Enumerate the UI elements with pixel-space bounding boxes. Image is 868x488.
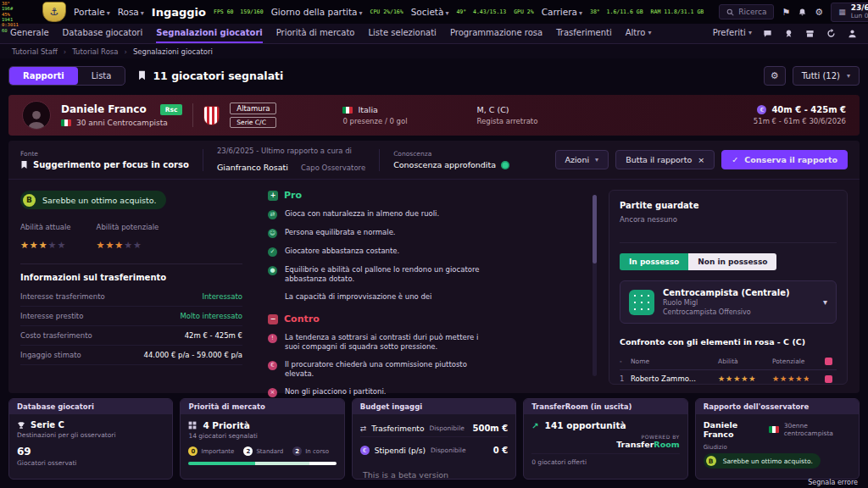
menu-carriera[interactable]: Carriera▾ bbox=[542, 7, 582, 17]
info-row: Ingaggio stimato 44.000 € p/a - 59.000 €… bbox=[20, 346, 242, 365]
keep-report-button[interactable]: ✓Conserva il rapporto bbox=[721, 150, 848, 169]
player-avatar[interactable] bbox=[22, 101, 51, 130]
chevron-down-icon: ▾ bbox=[141, 9, 144, 17]
player-age-position: 30 anni Centrocampista bbox=[76, 119, 168, 127]
current-ability-stars: ★★★★★★★★★★ bbox=[20, 241, 66, 250]
scrollbar-track[interactable] bbox=[593, 195, 597, 376]
italy-flag-icon bbox=[769, 426, 779, 433]
kit-icon[interactable] bbox=[825, 375, 832, 383]
breadcrumb-item[interactable]: Tutorial Rosa bbox=[72, 47, 118, 56]
report-error-link[interactable]: Segnala errore bbox=[808, 479, 858, 486]
transfer-arrows-icon: ⇄ bbox=[360, 424, 367, 433]
settings-gear-button[interactable]: ⚙ bbox=[764, 66, 786, 86]
user-icon[interactable] bbox=[846, 28, 858, 40]
favorites-menu[interactable]: Preferiti ▾ bbox=[713, 28, 752, 39]
player-banner: Daniele Franco Rsc 30 anni Centrocampist… bbox=[8, 95, 860, 136]
player-name[interactable]: Daniele Franco bbox=[61, 103, 147, 115]
compared-player-name[interactable]: Roberto Zammo... bbox=[631, 374, 718, 383]
potential-stars: ★★★★★★★★★★ bbox=[772, 375, 825, 383]
top-bar: 38° 196# 45% 1941 0:3011 60 ⚓ Portale▾ R… bbox=[0, 0, 868, 24]
grade-badge: B bbox=[23, 194, 36, 207]
scout-name[interactable]: Gianfranco Rosati bbox=[217, 163, 288, 172]
comparison-row: 1 Roberto Zammo... ★★★★★★★★★★ ★★★★★★★★★★ bbox=[620, 370, 837, 385]
menu-rosa[interactable]: Rosa▾ bbox=[118, 7, 144, 17]
search-input[interactable]: Ricerca bbox=[719, 4, 774, 19]
chevron-down-icon: ▾ bbox=[748, 29, 752, 36]
card-budget-ingaggi[interactable]: Budget ingaggi ⇄ Trasferimento Disponibi… bbox=[352, 398, 516, 480]
big-match-icon: × bbox=[268, 388, 277, 397]
scout-role: Capo Osservatore bbox=[301, 164, 365, 172]
card-subtitle: Destinazioni per gli osservatori bbox=[17, 431, 164, 439]
toggle-rapporti[interactable]: Rapporti bbox=[9, 67, 78, 85]
club-crest-icon[interactable]: ⚓ bbox=[42, 2, 66, 22]
card-transferroom[interactable]: TransferRoom (in uscita) ↗ 141 opportuni… bbox=[523, 398, 687, 480]
tab-altro[interactable]: Altro ▾ bbox=[626, 24, 652, 43]
role-card[interactable]: Centrocampista (Centrale) Ruolo Migl Cen… bbox=[620, 280, 837, 324]
pro-item: ● Equilibrio e abilità col pallone lo re… bbox=[268, 265, 490, 284]
card-rapporto-osservatore[interactable]: Rapporto dell'osservatore Daniele Franco… bbox=[695, 398, 860, 480]
date-widget[interactable]: ▦ 23/6/2025 Lun 09:00 bbox=[831, 3, 868, 22]
chat-icon[interactable] bbox=[761, 28, 773, 40]
sync-icon[interactable] bbox=[825, 28, 837, 40]
agent-fee-icon: € bbox=[268, 361, 277, 370]
scrollbar-thumb[interactable] bbox=[593, 195, 597, 263]
player-position: M, C (C) bbox=[477, 105, 538, 114]
tab-programmazione-rosa[interactable]: Programmazione rosa bbox=[450, 24, 542, 43]
role-sub1: Ruolo Migl bbox=[663, 299, 790, 307]
actions-dropdown[interactable]: Azioni▾ bbox=[555, 150, 609, 169]
toggle-lista[interactable]: Lista bbox=[78, 67, 125, 85]
comparison-header: - Nome Abilità Potenziale bbox=[620, 353, 837, 370]
menu-societa[interactable]: Società▾ bbox=[411, 7, 449, 17]
archive-icon[interactable] bbox=[804, 28, 815, 40]
gear-icon[interactable]: ⚙ bbox=[815, 5, 823, 19]
opportunities-count: 141 opportunità bbox=[545, 420, 626, 430]
report-header: Fonte Suggerimento per focus in corso 23… bbox=[8, 141, 860, 180]
player-role: Regista arretrato bbox=[477, 117, 538, 125]
menu-ingaggio[interactable]: Ingaggio bbox=[152, 6, 206, 19]
bell-icon[interactable] bbox=[798, 5, 807, 19]
menu-portale[interactable]: Portale▾ bbox=[74, 7, 110, 17]
tab-priorita-mercato[interactable]: Priorità di mercato bbox=[276, 24, 355, 43]
toggle-in-possesso[interactable]: In possesso bbox=[620, 253, 688, 270]
tab-database-giocatori[interactable]: Database giocatori bbox=[63, 24, 143, 43]
flag-icon[interactable]: ⚑ bbox=[782, 5, 790, 19]
award-icon[interactable] bbox=[782, 28, 794, 40]
player-nation[interactable]: Italia bbox=[358, 105, 377, 114]
menu-giorno-partita[interactable]: Giorno della partita▾ bbox=[271, 7, 363, 17]
knowledge-level: Conoscenza approfondita bbox=[393, 160, 496, 169]
money-icon: € bbox=[757, 105, 766, 114]
report-date-line: 23/6/2025 - Ultimo rapporto a cura di bbox=[217, 147, 365, 155]
transfer-info-title: Informazioni sul trasferimento bbox=[20, 273, 242, 282]
trophy-icon bbox=[17, 421, 25, 430]
pro-item: ✓ Giocatore abbastanza costante. bbox=[268, 247, 490, 257]
club-link[interactable]: Altamura bbox=[230, 103, 276, 114]
tab-liste-selezionati[interactable]: Liste selezionati bbox=[368, 24, 436, 43]
league-link[interactable]: Serie C/C bbox=[230, 117, 276, 128]
report-player-name[interactable]: Daniele Franco bbox=[704, 420, 764, 439]
breadcrumb-item[interactable]: Tutorial Staff bbox=[12, 47, 58, 56]
filter-dropdown[interactable]: Tutti (12)▾ bbox=[793, 66, 860, 86]
serie-c-link[interactable]: Serie C bbox=[17, 420, 164, 430]
cpu-overlay: CPU 2%/16% bbox=[370, 9, 403, 15]
toggle-non-in-possesso[interactable]: Non in possesso bbox=[688, 253, 776, 270]
chevron-down-icon: ▾ bbox=[445, 9, 448, 17]
verdict-pill: B Sarebbe un ottimo acquisto. bbox=[20, 191, 166, 209]
card-priorita-mercato[interactable]: Priorità di mercato 4 Priorità 14 giocat… bbox=[180, 398, 344, 480]
tab-segnalazioni-giocatori[interactable]: Segnalazioni giocatori bbox=[156, 24, 262, 43]
current-ability-label: Abilità attuale bbox=[20, 223, 71, 231]
kit-icon bbox=[825, 358, 832, 365]
watched-title: Partite guardate bbox=[620, 201, 837, 210]
knowledge-label: Conoscenza bbox=[393, 150, 509, 158]
divider bbox=[192, 103, 193, 127]
search-placeholder: Ricerca bbox=[738, 8, 766, 16]
globe-icon bbox=[501, 161, 509, 169]
divider bbox=[379, 149, 380, 171]
card-database-giocatori[interactable]: Database giocatori Serie C Destinazioni … bbox=[8, 398, 173, 480]
chevron-down-icon: ▾ bbox=[107, 9, 110, 17]
versatility-icon: ⇄ bbox=[268, 210, 277, 219]
discard-report-button[interactable]: Butta il rapporto× bbox=[615, 150, 715, 169]
priority-sub: 14 giocatori segnalati bbox=[188, 432, 336, 440]
focus-icon bbox=[20, 160, 28, 169]
close-icon: × bbox=[698, 155, 704, 164]
tab-trasferimenti[interactable]: Trasferimenti bbox=[556, 24, 612, 43]
